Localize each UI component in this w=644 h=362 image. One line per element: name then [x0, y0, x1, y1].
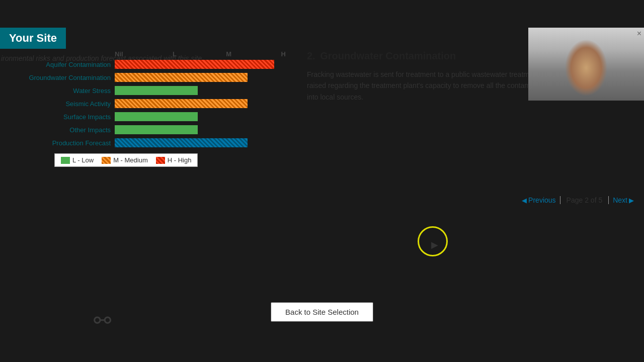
legend-low: L - Low [61, 156, 94, 164]
chart-legend: L - Low M - Medium H - High [54, 153, 198, 167]
chart-section: Nil L M H Aquifer Contamination Groundwa… [0, 50, 292, 167]
page-info: Page 2 of 5 [560, 196, 609, 204]
bar-water-stress [115, 86, 292, 95]
legend-label-medium: M - Medium [113, 156, 148, 164]
next-button[interactable]: Next ▶ [613, 196, 634, 204]
prev-chevron-icon: ◀ [522, 197, 527, 204]
back-to-site-selection-button[interactable]: Back to Site Selection [271, 302, 373, 322]
bar-aquifer [115, 60, 292, 69]
legend-swatch-high [156, 157, 165, 164]
close-icon[interactable]: × [637, 29, 641, 38]
label-production: Production Forecast [0, 139, 115, 147]
label-seismic: Seismic Activity [0, 100, 115, 108]
previous-label: Previous [528, 196, 555, 204]
legend-medium: M - Medium [102, 156, 148, 164]
video-person-image [528, 28, 644, 101]
bar-other [115, 125, 292, 134]
top-black-bar [0, 0, 644, 28]
chart-row-other: Other Impacts [0, 124, 292, 135]
previous-button[interactable]: ◀ Previous [522, 196, 555, 204]
bar-groundwater [115, 73, 292, 82]
chart-row-production: Production Forecast [0, 137, 292, 148]
label-other: Other Impacts [0, 126, 115, 134]
chart-rows: Aquifer Contamination Groundwater Contam… [0, 59, 292, 148]
bar-production [115, 138, 292, 147]
axis-low: L [173, 50, 177, 58]
axis-high: H [281, 50, 286, 58]
video-thumbnail: × [528, 28, 644, 101]
next-label: Next [613, 196, 627, 204]
section-title: Groundwater Contamination [320, 50, 456, 61]
section-number: 2. [307, 50, 315, 61]
legend-label-low: L - Low [72, 156, 94, 164]
chart-row-aquifer: Aquifer Contamination [0, 59, 292, 70]
next-chevron-icon: ▶ [629, 197, 634, 204]
axis-nil: Nil [115, 50, 123, 58]
site-badge: Your Site [0, 28, 66, 49]
label-water-stress: Water Stress [0, 87, 115, 95]
bottom-black-bar [0, 334, 644, 362]
label-surface: Surface Impacts [0, 113, 115, 121]
label-groundwater: Groundwater Contamination [0, 74, 115, 81]
label-aquifer: Aquifer Contamination [0, 61, 115, 68]
chart-row-water-stress: Water Stress [0, 85, 292, 96]
chart-row-surface: Surface Impacts [0, 111, 292, 122]
bottom-decorative-icon: ⚯ [94, 308, 111, 333]
cursor-highlight-circle [418, 226, 448, 256]
legend-label-high: H - High [168, 156, 192, 164]
bar-surface [115, 112, 292, 121]
chart-row-seismic: Seismic Activity [0, 98, 292, 109]
legend-high: H - High [156, 156, 192, 164]
legend-swatch-medium [102, 157, 111, 164]
pagination: ◀ Previous Page 2 of 5 Next ▶ [297, 196, 644, 204]
axis-medium: M [226, 50, 231, 58]
bar-seismic [115, 99, 292, 108]
chart-row-groundwater: Groundwater Contamination [0, 72, 292, 83]
legend-swatch-low [61, 157, 70, 164]
